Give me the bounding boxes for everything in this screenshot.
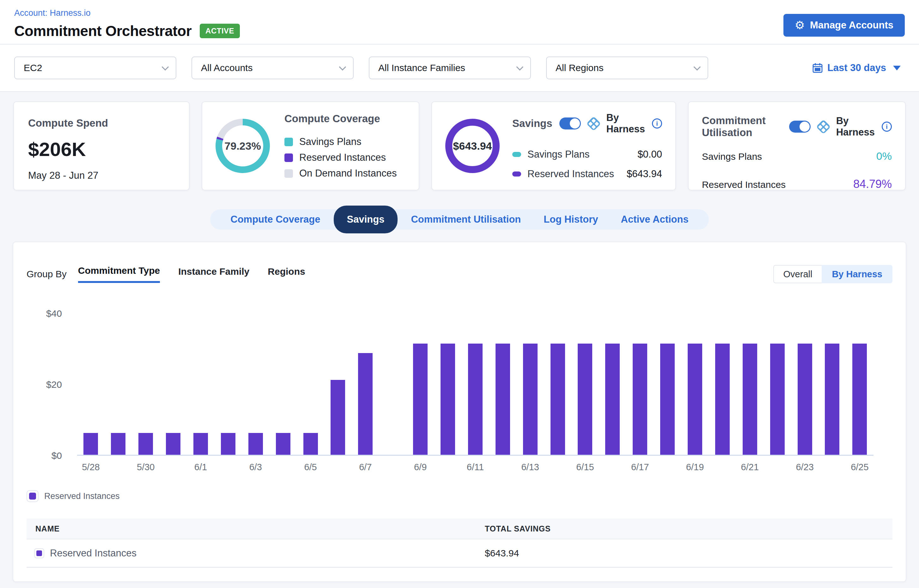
bar-slot [160,313,187,455]
x-tick-label: 5/30 [132,462,160,472]
x-tick-label: 6/19 [681,462,709,472]
account-link[interactable]: Account: Harness.io [14,8,91,18]
chart-legend-label: Reserved Instances [44,491,120,501]
tab-compute-coverage[interactable]: Compute Coverage [219,214,332,225]
app-header: Account: Harness.io Commitment Orchestra… [0,0,919,45]
chart-bar-6/19 [688,344,702,455]
groupby-instance-family[interactable]: Instance Family [178,266,250,282]
bar-slot [516,313,544,455]
commitment-utilisation-card: Commitment Utilisation By Harness i Savi… [688,101,906,191]
bar-slot [269,313,297,455]
bar-slot [571,313,599,455]
x-tick-label [763,462,791,472]
tab-log-history[interactable]: Log History [532,214,609,225]
y-axis: $40 $20 $0 [26,313,68,456]
x-tick-label: 6/11 [461,462,489,472]
calendar-icon [812,63,823,73]
chart-bar-6/24 [825,344,840,455]
instance-families-select[interactable]: All Instance Families [369,57,531,79]
coverage-legend-item: Reserved Instances [284,152,397,163]
chevron-down-icon [694,63,701,71]
groupby-commitment-type[interactable]: Commitment Type [78,265,160,283]
accounts-select[interactable]: All Accounts [191,57,353,79]
x-tick-label: 6/3 [242,462,269,472]
segment-overall[interactable]: Overall [773,265,822,283]
chart-bar-6/15 [578,344,592,455]
coverage-donut-chart: 79.23% [216,119,270,173]
bar-slot [763,313,791,455]
service-select[interactable]: EC2 [14,57,176,79]
x-tick-label: 6/9 [407,462,434,472]
segment-by-harness[interactable]: By Harness [822,265,893,283]
x-tick-label [105,462,132,472]
bar-slot [626,313,654,455]
savings-panel: Group By Commitment Type Instance Family… [13,242,906,582]
groupby-regions[interactable]: Regions [267,266,305,282]
bar-slot [736,313,763,455]
chart-bar-6/4 [276,433,290,455]
table-header: NAME TOTAL SAVINGS [26,519,893,540]
utilisation-by-harness-toggle[interactable] [789,121,810,132]
regions-select-value: All Regions [556,63,604,73]
chevron-down-icon [162,63,169,71]
x-tick-label: 5/28 [77,462,105,472]
reserved-instances-legend-checkbox[interactable] [26,490,39,502]
swatch-fill [36,551,42,556]
compute-spend-period: May 28 - Jun 27 [28,170,175,181]
toggle-knob [570,118,580,129]
legend-swatch [29,493,36,499]
row-total-savings: $643.94 [485,548,893,559]
chart-bar-6/11 [468,344,483,455]
manage-accounts-button[interactable]: ⚙ Manage Accounts [783,14,905,37]
coverage-legend-item: Savings Plans [284,136,397,147]
tab-commitment-utilisation[interactable]: Commitment Utilisation [399,214,532,225]
x-tick-label: 6/15 [571,462,599,472]
regions-select[interactable]: All Regions [546,57,708,79]
by-harness-label: By Harness [606,112,645,135]
savings-legend-row: Reserved Instances $643.94 [512,168,662,180]
chevron-down-icon [516,63,524,71]
bar-slot [297,313,324,455]
bar-slot [77,313,105,455]
savings-card: $643.94 Savings By Harness i Savings Pla… [431,101,676,191]
chart-bar-6/9 [413,344,428,455]
tab-savings[interactable]: Savings [334,205,398,233]
bar-slot [654,313,681,455]
info-icon[interactable]: i [882,121,892,132]
y-tick: $0 [52,450,62,461]
compute-spend-title: Compute Spend [28,117,175,129]
bar-slot [187,313,215,455]
date-range-picker[interactable]: Last 30 days [812,62,901,74]
chart-bar-6/25 [852,344,867,455]
bar-slot [214,313,242,455]
compute-coverage-title: Compute Coverage [284,113,397,125]
chart-bar-6/3 [248,433,263,455]
reserved-instances-swatch [512,171,521,176]
tab-active-actions[interactable]: Active Actions [609,214,700,225]
chart-bar-6/21 [743,344,757,455]
bar-slot [681,313,709,455]
chart-bar-6/17 [633,344,647,455]
bar-slot [324,313,352,455]
bar-slot [379,313,407,455]
chart-bar-6/7 [358,353,373,455]
chart-legend[interactable]: Reserved Instances [26,490,893,502]
page-title: Commitment Orchestrator [14,23,191,39]
chart-bar-5/31 [166,433,180,455]
x-tick-label: 6/13 [516,462,544,472]
x-tick-label [324,462,352,472]
coverage-legend-item: On Demand Instances [284,168,397,179]
info-icon[interactable]: i [652,118,662,129]
chart-bar-6/18 [660,344,675,455]
chart-bar-6/2 [221,433,235,455]
table-row[interactable]: Reserved Instances $643.94 [26,540,893,568]
legend-label: Reserved Instances [527,168,614,180]
util-savings-plans-label: Savings Plans [702,151,762,162]
legend-label: Reserved Instances [299,152,386,163]
x-tick-label [654,462,681,472]
on-demand-swatch [284,169,293,178]
chart-bar-6/22 [770,344,785,455]
savings-by-harness-toggle[interactable] [559,118,581,129]
chart-bar-6/13 [523,344,538,455]
row-color-swatch [34,548,44,558]
